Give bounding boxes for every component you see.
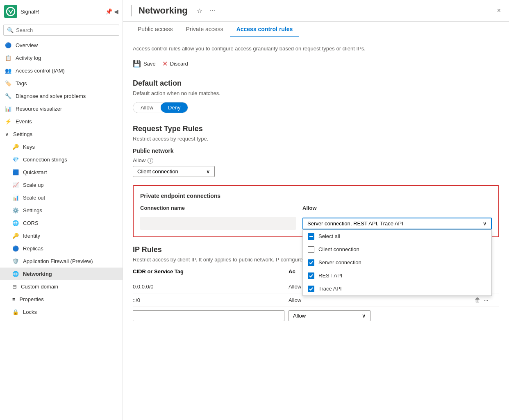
- properties-icon: ≡: [12, 296, 16, 302]
- private-endpoint-section: Private endpoint connections Connection …: [133, 185, 499, 237]
- sidebar-app-title: SignalR: [20, 9, 39, 15]
- save-button[interactable]: 💾 Save: [133, 58, 156, 69]
- scale-out-icon: 📊: [12, 195, 19, 201]
- more-options-button[interactable]: ···: [208, 6, 217, 15]
- public-network-title: Public network: [133, 148, 499, 154]
- sidebar-item-replicas[interactable]: 🔵 Replicas: [0, 242, 123, 255]
- dropdown-item-trace-api[interactable]: Trace API: [303, 282, 491, 295]
- sidebar-nav: 🔵 Overview 📋 Activity log 👥 Access contr…: [0, 39, 123, 420]
- cors-icon: 🌐: [12, 220, 19, 226]
- sidebar-item-scale-out[interactable]: 📊 Scale out: [0, 191, 123, 204]
- default-action-desc: Default action when no rule matches.: [133, 90, 499, 96]
- search-input[interactable]: [16, 27, 116, 33]
- sidebar-item-properties[interactable]: ≡ Properties: [0, 293, 123, 306]
- header-divider: [131, 5, 132, 16]
- discard-button[interactable]: ✕ Discard: [162, 58, 188, 69]
- close-button[interactable]: ×: [497, 7, 501, 14]
- sidebar-item-diagnose[interactable]: 🔧 Diagnose and solve problems: [0, 90, 123, 102]
- sidebar-pin-button[interactable]: 📌: [105, 8, 112, 15]
- sidebar-item-label: Application Firewall (Preview): [23, 258, 93, 264]
- sidebar-item-custom-domain[interactable]: ⊟ Custom domain: [0, 280, 123, 293]
- locks-icon: 🔒: [12, 309, 19, 315]
- sidebar-item-overview[interactable]: 🔵 Overview: [0, 39, 123, 52]
- tab-public-access[interactable]: Public access: [131, 22, 180, 37]
- chevron-down-icon: ∨: [206, 168, 210, 175]
- info-icon[interactable]: i: [148, 158, 153, 163]
- sidebar-item-cors[interactable]: 🌐 CORS: [0, 217, 123, 229]
- sidebar-item-events[interactable]: ⚡ Events: [0, 115, 123, 128]
- tab-access-control-rules[interactable]: Access control rules: [230, 22, 300, 37]
- row2-cidr: ::/0: [133, 297, 289, 303]
- save-icon: 💾: [133, 60, 141, 68]
- content-area: Access control rules allow you to config…: [123, 37, 509, 420]
- settings-icon: ⚙️: [12, 207, 19, 213]
- pe-table-header: Connection name Allow: [140, 205, 492, 213]
- diagnose-icon: 🔧: [5, 93, 11, 99]
- row1-cidr: 0.0.0.0/0: [133, 284, 289, 290]
- connection-strings-icon: 💎: [12, 157, 19, 163]
- delete-icon[interactable]: 🗑: [475, 297, 480, 303]
- sidebar-item-label: Keys: [23, 144, 35, 150]
- networking-icon: 🌐: [12, 271, 19, 277]
- dropdown-item-label: Client connection: [318, 246, 359, 252]
- dropdown-item-select-all[interactable]: Select all: [303, 230, 491, 243]
- toggle-deny[interactable]: Deny: [161, 102, 188, 113]
- request-type-rules-section: Request Type Rules Restrict access by re…: [133, 125, 499, 177]
- sidebar-item-identity[interactable]: 🔑 Identity: [0, 229, 123, 242]
- chevron-down-icon: ∨: [362, 313, 366, 319]
- sidebar-item-label: Activity log: [16, 55, 41, 61]
- sidebar-item-keys[interactable]: 🔑 Keys: [0, 141, 123, 153]
- dropdown-value: Client connection: [137, 168, 178, 175]
- public-network-dropdown[interactable]: Client connection ∨: [133, 166, 215, 177]
- sidebar-item-label: Replicas: [23, 245, 43, 252]
- default-action-title: Default action: [133, 79, 499, 88]
- sidebar-item-connection-strings[interactable]: 💎 Connection strings: [0, 153, 123, 166]
- sidebar-item-scale-up[interactable]: 📈 Scale up: [0, 179, 123, 191]
- sidebar-item-locks[interactable]: 🔒 Locks: [0, 306, 123, 318]
- sidebar-item-quickstart[interactable]: 🟦 Quickstart: [0, 166, 123, 179]
- sidebar-item-label: Settings: [23, 207, 42, 213]
- new-action-value: Allow: [293, 313, 306, 319]
- dropdown-item-client-connection[interactable]: Client connection: [303, 243, 491, 256]
- save-label: Save: [143, 61, 156, 67]
- sidebar-item-label: Connection strings: [23, 157, 67, 163]
- new-cidr-input[interactable]: [133, 310, 284, 321]
- new-ip-rule-row: Allow ∨: [133, 310, 499, 321]
- select-all-checkbox[interactable]: [308, 233, 314, 240]
- trace-api-checkbox[interactable]: [308, 286, 314, 292]
- favorite-button[interactable]: ☆: [195, 6, 204, 16]
- dropdown-item-server-connection[interactable]: Server connection: [303, 256, 491, 269]
- search-icon: 🔍: [7, 27, 14, 33]
- discard-label: Discard: [170, 61, 188, 67]
- header-icons: ☆ ···: [195, 6, 217, 16]
- server-connection-checkbox[interactable]: [308, 259, 314, 266]
- toggle-allow[interactable]: Allow: [133, 102, 161, 113]
- sidebar-collapse-button[interactable]: ◀: [114, 8, 118, 15]
- custom-domain-icon: ⊟: [12, 284, 17, 290]
- sidebar-item-settings[interactable]: ⚙️ Settings: [0, 204, 123, 217]
- allow-deny-toggle: Allow Deny: [133, 102, 188, 113]
- new-action-dropdown[interactable]: Allow ∨: [289, 310, 370, 321]
- search-bar: 🔍: [3, 25, 119, 36]
- sidebar-item-networking[interactable]: 🌐 Networking: [0, 268, 123, 280]
- sidebar-item-tags[interactable]: 🏷️ Tags: [0, 77, 123, 90]
- sidebar-item-access-control[interactable]: 👥 Access control (IAM): [0, 64, 123, 77]
- sidebar-section-settings[interactable]: ∨ Settings: [0, 128, 123, 141]
- rest-api-checkbox[interactable]: [308, 272, 314, 279]
- dropdown-item-rest-api[interactable]: REST API: [303, 269, 491, 282]
- page-description: Access control rules allow you to config…: [133, 45, 499, 52]
- default-action-section: Default action Default action when no ru…: [133, 79, 499, 113]
- more-icon[interactable]: ···: [484, 297, 489, 303]
- pe-dropdown-trigger[interactable]: Server connection, REST API, Trace API ∨: [302, 218, 492, 229]
- sidebar-item-label: Tags: [16, 80, 27, 86]
- pe-col-allow-header: Allow: [302, 205, 492, 211]
- client-connection-checkbox[interactable]: [308, 246, 314, 253]
- chevron-down-icon: ∨: [5, 131, 9, 137]
- sidebar-item-app-firewall[interactable]: 🛡️ Application Firewall (Preview): [0, 255, 123, 268]
- sidebar-item-activity-log[interactable]: 📋 Activity log: [0, 52, 123, 64]
- sidebar-item-label: Diagnose and solve problems: [16, 93, 86, 99]
- dropdown-item-label: Select all: [318, 233, 340, 239]
- allow-label: Allow i: [133, 157, 499, 163]
- tab-private-access[interactable]: Private access: [180, 22, 230, 37]
- sidebar-item-resource-visualizer[interactable]: 📊 Resource visualizer: [0, 102, 123, 115]
